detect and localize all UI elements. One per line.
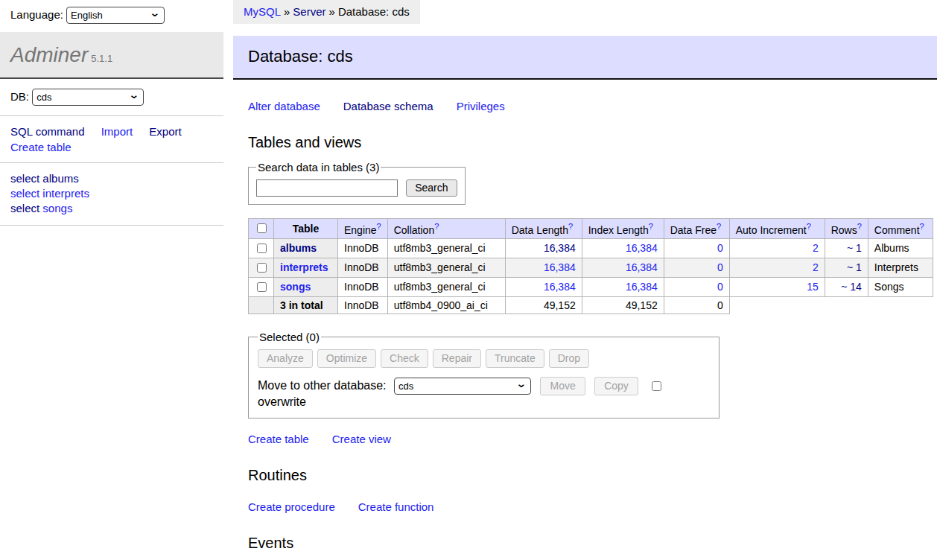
content: MySQL»Server»Database: cds Database: cds… (233, 0, 937, 560)
cell-link[interactable]: 16,384 (544, 242, 576, 254)
drop-button[interactable]: Drop (549, 349, 589, 368)
sidebar-table-link-albums[interactable]: albums (42, 172, 78, 185)
column-label: Engine (344, 224, 377, 236)
sidebar-table-link-songs[interactable]: songs (42, 202, 72, 214)
cell-link[interactable]: 16,384 (626, 281, 658, 293)
tables-table: TableEngine?Collation?Data Length?Index … (248, 218, 933, 314)
repair-button[interactable]: Repair (433, 349, 481, 368)
cell-link[interactable]: 0 (717, 242, 723, 254)
search-legend: Search data in tables (3) (256, 161, 381, 174)
db-label: DB: (10, 90, 29, 103)
db-select[interactable]: cds (32, 89, 144, 106)
table-header-row: TableEngine?Collation?Data Length?Index … (249, 219, 933, 239)
optimize-button[interactable]: Optimize (317, 349, 376, 368)
help-link-engine[interactable]: ? (377, 222, 381, 231)
table-cell: InnoDB (338, 258, 388, 277)
move-db-select[interactable]: cds (394, 378, 531, 395)
help-link-index-length[interactable]: ? (649, 222, 653, 231)
row-checkbox[interactable] (257, 263, 267, 273)
help-link-data-free[interactable]: ? (717, 222, 721, 231)
routine-link-create-procedure[interactable]: Create procedure (248, 500, 335, 513)
action-link-privileges[interactable]: Privileges (457, 100, 505, 112)
copy-button[interactable]: Copy (594, 377, 638, 395)
table-cell: Songs (868, 277, 933, 296)
search-input[interactable] (256, 179, 398, 197)
sidebar-link-sql-command[interactable]: SQL command (10, 125, 85, 138)
breadcrumb: MySQL»Server»Database: cds (233, 0, 420, 24)
table-cell: 15 (729, 277, 825, 296)
breadcrumb-link-mysql[interactable]: MySQL (244, 5, 281, 18)
sidebar-divider (0, 225, 223, 226)
create-link-create-table[interactable]: Create table (248, 433, 309, 445)
column-label: Index Length (588, 224, 649, 236)
cell-link[interactable]: ~ 1 (847, 242, 862, 254)
cell-link[interactable]: 16,384 (544, 261, 576, 273)
cell-link[interactable]: 0 (717, 281, 723, 293)
move-button[interactable]: Move (540, 377, 585, 395)
help-link-rows[interactable]: ? (857, 222, 862, 231)
check-button[interactable]: Check (381, 349, 428, 368)
cell-link[interactable]: 16,384 (544, 281, 576, 293)
total-cell (249, 296, 274, 314)
search-button[interactable]: Search (406, 179, 457, 197)
cell-link[interactable]: ~ 1 (847, 261, 862, 273)
events-heading: Events (248, 535, 937, 552)
overwrite-checkbox[interactable] (652, 381, 661, 391)
table-cell: 16,384 (582, 238, 664, 258)
cell-link[interactable]: 2 (813, 242, 819, 254)
sidebar-table-list: select albumsselect interpretsselect son… (0, 163, 223, 225)
language-select[interactable]: English (66, 7, 165, 24)
analyze-button[interactable]: Analyze (258, 349, 313, 368)
cell-link[interactable]: 16,384 (626, 261, 658, 273)
cell-link[interactable]: 15 (807, 281, 819, 293)
table-row: interpretsInnoDButf8mb3_general_ci16,384… (249, 258, 933, 277)
sidebar-select-link-albums[interactable]: select (10, 172, 39, 185)
total-cell: 3 in total (274, 296, 338, 314)
move-row: Move to other database: cds Move Copy ov… (258, 377, 710, 409)
action-link-database-schema[interactable]: Database schema (343, 100, 433, 112)
sidebar-select-link-songs[interactable]: select (10, 202, 39, 214)
column-label: Data Free (670, 224, 717, 236)
cell-link[interactable]: 2 (813, 261, 819, 273)
create-links: Create tableCreate view (248, 433, 937, 445)
cell-link[interactable]: songs (280, 281, 311, 293)
breadcrumb-link-server[interactable]: Server (293, 5, 325, 18)
sidebar-link-import[interactable]: Import (101, 125, 133, 138)
table-cell: 0 (664, 238, 729, 258)
help-link-collation[interactable]: ? (434, 222, 439, 231)
row-checkbox-cell (249, 238, 274, 258)
action-link-alter-database[interactable]: Alter database (248, 100, 320, 112)
column-header-collation: Collation? (387, 219, 505, 239)
table-cell: 16,384 (505, 277, 582, 296)
adminer-logo-text[interactable]: Adminer (10, 43, 88, 66)
sidebar-link-export[interactable]: Export (149, 125, 181, 138)
table-cell: 2 (729, 258, 825, 277)
total-cell: InnoDB (338, 296, 388, 314)
select-all-checkbox[interactable] (257, 223, 267, 233)
move-label: Move to other database: (258, 379, 387, 392)
cell-link[interactable]: 0 (717, 261, 723, 273)
create-link-create-view[interactable]: Create view (332, 433, 391, 445)
help-link-comment[interactable]: ? (920, 222, 924, 231)
sidebar-link-create-table[interactable]: Create table (10, 141, 72, 153)
truncate-button[interactable]: Truncate (486, 349, 544, 368)
table-total-row: 3 in totalInnoDButf8mb4_0900_ai_ci49,152… (249, 296, 933, 314)
help-link-auto-increment[interactable]: ? (807, 222, 811, 231)
help-link-data-length[interactable]: ? (568, 222, 573, 231)
sidebar-select-link-interprets[interactable]: select (10, 187, 39, 200)
table-cell: 16,384 (582, 258, 664, 277)
language-label: Language: (10, 8, 63, 21)
row-checkbox[interactable] (257, 244, 267, 253)
column-header-table: Table (274, 219, 338, 239)
row-checkbox[interactable] (257, 282, 267, 292)
table-cell: 16,384 (505, 258, 582, 277)
cell-link[interactable]: interprets (280, 261, 328, 273)
selected-buttons-row: AnalyzeOptimizeCheckRepairTruncateDrop (258, 349, 710, 368)
cell-link[interactable]: ~ 14 (841, 281, 862, 293)
table-name-cell: interprets (274, 258, 338, 277)
sidebar-table-link-interprets[interactable]: interprets (42, 187, 89, 200)
cell-link[interactable]: albums (280, 242, 317, 254)
routine-link-create-function[interactable]: Create function (358, 500, 434, 513)
total-cell: 0 (664, 296, 729, 314)
cell-link[interactable]: 16,384 (626, 242, 658, 254)
